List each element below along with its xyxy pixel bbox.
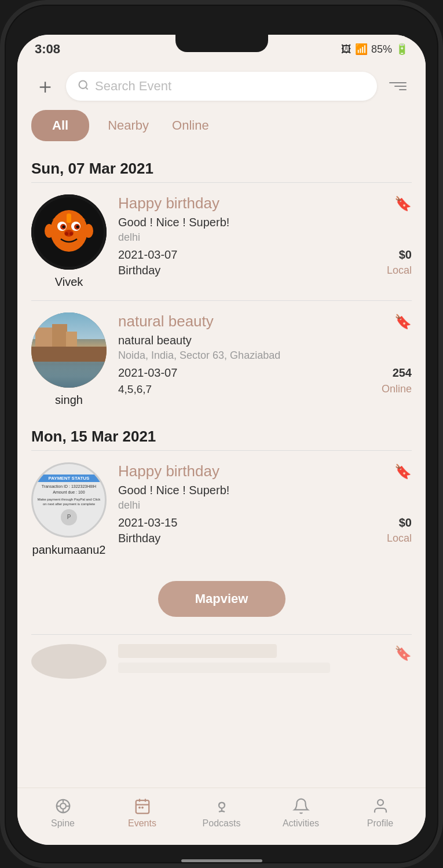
event-date-pankuma: 2021-03-15 [118,516,177,529]
event-title-pankuma: Happy birthday [118,462,219,480]
events-icon [134,797,151,815]
event-card-pankuma: PAYMENT STATUS Transaction ID : 1322323H… [17,451,426,568]
nav-item-activities[interactable]: Activities [278,797,324,829]
tab-nearby[interactable]: Nearby [103,110,153,141]
nav-label-podcasts: Podcasts [203,818,241,829]
payment-note: Make payment through PayPal and Click on… [36,497,101,507]
bottom-nav: Spine Events [17,788,426,845]
partial-card: 🔖 [17,635,426,683]
svg-point-12 [69,232,73,236]
svg-point-11 [65,232,68,236]
filter-line-2 [394,86,407,87]
event-category-pankuma: Birthday [118,532,160,545]
partial-desc-placeholder [118,663,330,673]
search-icon [78,79,89,94]
event-price-vivek: $0 [399,248,412,262]
user-name-pankuma: pankumaanu2 [32,543,106,557]
svg-line-1 [86,87,88,89]
notch [175,35,268,52]
filter-line-3 [399,89,407,90]
event-title-singh: natural beauty [118,312,214,330]
nav-item-spine[interactable]: Spine [40,797,86,829]
event-title-vivek: Happy birthday [118,194,219,212]
tab-all[interactable]: All [31,110,89,141]
date-header-2: Mon, 15 Mar 2021 [17,418,426,450]
user-name-singh: singh [55,393,83,407]
spine-icon [54,797,72,815]
svg-point-8 [63,226,65,229]
event-left-vivek: Vivek [31,194,107,289]
event-left-singh: singh [31,312,107,407]
event-date-row-vivek: 2021-03-07 $0 [118,248,412,262]
event-desc-pankuma: Good ! Nice ! Superb! [118,484,412,497]
event-right-pankuma: Happy birthday 🔖 Good ! Nice ! Superb! d… [118,462,412,545]
event-date-row-pankuma: 2021-03-15 $0 [118,516,412,529]
bookmark-vivek[interactable]: 🔖 [394,196,412,212]
event-desc-vivek: Good ! Nice ! Superb! [118,216,412,229]
event-count-singh: 254 [393,366,412,380]
event-date-singh: 2021-03-07 [118,366,177,380]
bookmark-partial[interactable]: 🔖 [394,645,412,661]
event-type-row-vivek: Birthday Local [118,264,412,277]
svg-rect-15 [67,214,71,223]
filter-icon [389,82,407,90]
bookmark-singh[interactable]: 🔖 [394,314,412,330]
event-title-row-singh: natural beauty 🔖 [118,312,412,330]
filter-line-1 [389,82,407,83]
event-type-row-singh: 4,5,6,7 Online [118,382,412,396]
event-tag-pankuma: Local [387,532,412,545]
svg-point-16 [60,803,66,809]
status-time: 3:08 [35,42,60,57]
event-tag-singh: Online [382,383,412,395]
event-card-singh: singh natural beauty 🔖 natural beauty No… [17,301,426,418]
bookmark-pankuma[interactable]: 🔖 [394,464,412,480]
event-subcats-singh: 4,5,6,7 [118,383,152,396]
mapview-button[interactable]: Mapview [158,581,285,617]
event-price-pankuma: $0 [399,516,412,529]
nav-item-profile[interactable]: Profile [357,797,404,829]
event-right-singh: natural beauty 🔖 natural beauty Noida, I… [118,312,412,396]
image-icon: 🖼 [341,43,352,56]
payment-transaction: Transaction ID : 1322323H8IH [36,484,101,490]
content-area: ＋ Search Event [17,61,426,788]
battery-text: 85% [371,43,392,56]
event-tag-vivek: Local [387,264,412,277]
event-card-vivek: Vivek Happy birthday 🔖 Good ! Nice ! Sup… [17,183,426,300]
payment-status-title: PAYMENT STATUS [36,475,101,482]
search-placeholder: Search Event [95,79,171,94]
avatar-vivek [31,194,107,270]
avatar-singh [31,312,107,388]
hanuman-bg [31,194,107,270]
nav-label-events: Events [128,818,156,829]
event-left-pankuma: PAYMENT STATUS Transaction ID : 1322323H… [31,462,107,557]
status-icons: 🖼 📶 85% 🔋 [341,43,408,56]
event-category-vivek: Birthday [118,264,160,277]
svg-point-0 [79,80,87,88]
podcasts-icon [213,797,230,815]
home-indicator [181,859,262,862]
search-bar[interactable]: Search Event [66,72,377,101]
event-date-vivek: 2021-03-07 [118,248,177,262]
event-location-pankuma: delhi [118,499,412,512]
svg-point-30 [378,800,383,806]
nav-item-podcasts[interactable]: Podcasts [199,797,245,829]
nav-label-spine: Spine [51,818,75,829]
nav-item-events[interactable]: Events [119,797,166,829]
user-name-vivek: Vivek [55,275,83,289]
svg-point-9 [76,226,79,229]
event-desc-singh: natural beauty [118,334,412,347]
phone-frame: 3:08 🖼 📶 85% 🔋 ＋ Search Event [0,0,443,868]
partial-avatar [31,644,107,679]
avatar-pankuma: PAYMENT STATUS Transaction ID : 1322323H… [31,462,107,538]
event-type-row-pankuma: Birthday Local [118,532,412,545]
tabs-section: All Nearby Online [17,108,426,150]
mapview-container: Mapview [17,568,426,634]
phone-screen: 3:08 🖼 📶 85% 🔋 ＋ Search Event [17,35,426,845]
add-button[interactable]: ＋ [31,72,59,100]
paypal-circle: P [61,509,77,525]
tab-online[interactable]: Online [167,110,214,141]
filter-button[interactable] [384,72,412,100]
event-title-row-pankuma: Happy birthday 🔖 [118,462,412,480]
svg-point-13 [45,224,54,238]
event-location-singh: Noida, India, Sector 63, Ghaziabad [118,350,412,362]
